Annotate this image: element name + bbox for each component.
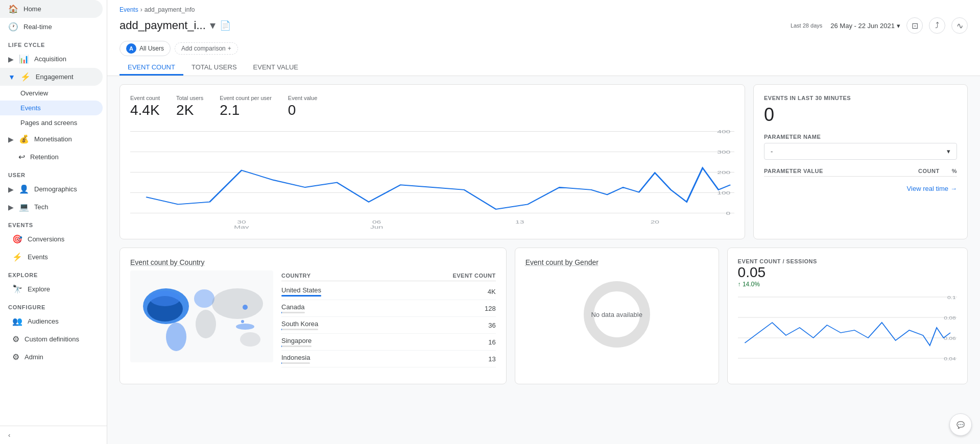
- sidebar-collapse-button[interactable]: ‹: [0, 426, 107, 444]
- right-panel-card: EVENTS IN LAST 30 MINUTES 0 PARAMETER NA…: [753, 84, 968, 239]
- breadcrumb-events-link[interactable]: Events: [119, 6, 138, 13]
- content-area: Event count 4.4K Total users 2K Event co…: [107, 76, 980, 444]
- tab-event-count[interactable]: EVENT COUNT: [119, 60, 183, 76]
- sidebar-audiences-label: Audiences: [28, 317, 59, 325]
- sidebar-item-audiences[interactable]: 👥 Audiences: [0, 312, 103, 330]
- compare-button[interactable]: ∿: [951, 17, 968, 34]
- sidebar-explore-label: Explore: [28, 285, 50, 293]
- sidebar-realtime-label: Real-time: [23, 23, 52, 31]
- sidebar-item-demographics[interactable]: ▶ 👤 Demographics: [0, 180, 103, 198]
- param-select[interactable]: - ▾: [764, 143, 957, 160]
- engagement-icon: ⚡: [20, 72, 31, 82]
- sidebar-acquisition-label: Acquisition: [34, 55, 66, 63]
- sidebar-item-admin[interactable]: ⚙ Admin: [0, 348, 103, 366]
- line-chart: 400 300 200 100 0 30 May 06 Jun 13 20: [130, 127, 734, 229]
- tab-total-users[interactable]: TOTAL USERS: [183, 60, 245, 76]
- events-30min-label: EVENTS IN LAST 30 MINUTES: [764, 95, 957, 101]
- view-realtime-link[interactable]: View real time →: [764, 185, 957, 192]
- page-title-container: add_payment_i... ▾ 📄: [119, 19, 231, 32]
- chevron-right-icon-tech: ▶: [8, 203, 14, 211]
- sidebar-events-nav-label: Events: [28, 253, 48, 261]
- plus-icon: +: [228, 45, 231, 52]
- sidebar-item-realtime[interactable]: 🕐 Real-time: [0, 18, 103, 36]
- svg-text:0: 0: [726, 210, 731, 216]
- sidebar-home-label: Home: [23, 5, 41, 13]
- date-range-picker[interactable]: 26 May - 22 Jun 2021 ▾: [830, 22, 900, 30]
- sessions-change-text: ↑ 14.0%: [738, 281, 760, 288]
- sidebar-item-tech[interactable]: ▶ 💻 Tech: [0, 198, 103, 216]
- export-button[interactable]: ⊡: [906, 17, 923, 34]
- sidebar-item-engagement[interactable]: ▼ ⚡ Engagement: [0, 68, 103, 86]
- sidebar-item-acquisition[interactable]: ▶ 📊 Acquisition: [0, 50, 103, 68]
- top-header: Events › add_payment_info add_payment_i.…: [107, 0, 980, 76]
- sidebar-item-conversions[interactable]: 🎯 Conversions: [0, 230, 103, 248]
- event-value-value: 0: [288, 102, 317, 118]
- retention-icon: ↩: [18, 152, 25, 162]
- sidebar-item-home[interactable]: 🏠 Home: [0, 0, 103, 18]
- svg-text:13: 13: [515, 219, 524, 225]
- sidebar-item-monetisation[interactable]: ▶ 💰 Monetisation: [0, 130, 103, 148]
- sidebar-item-custom[interactable]: ⚙ Custom definitions: [0, 330, 103, 348]
- event-count-col-label: EVENT COUNT: [452, 273, 495, 279]
- metric-total-users: Total users 2K: [176, 95, 203, 118]
- country-row-2: South Korea 36: [281, 317, 496, 334]
- sidebar-monetisation-label: Monetisation: [34, 135, 72, 143]
- sidebar-item-explore[interactable]: 🔭 Explore: [0, 280, 103, 298]
- svg-point-25: [236, 324, 254, 330]
- feedback-button[interactable]: 💬: [949, 413, 972, 436]
- feedback-icon: 💬: [957, 421, 965, 429]
- sidebar-events-label: Events: [20, 104, 41, 112]
- main-row: Event count 4.4K Total users 2K Event co…: [119, 84, 968, 239]
- title-dropdown-icon[interactable]: ▾: [210, 19, 216, 32]
- tab-event-value-label: EVENT VALUE: [253, 63, 298, 71]
- sessions-line-chart: 0.1 0.08 0.06 0.04: [738, 292, 957, 374]
- add-comparison-button[interactable]: Add comparison +: [175, 42, 238, 55]
- events-section: EVENTS: [0, 216, 107, 230]
- chevron-down-icon: ▼: [8, 73, 15, 81]
- country-card-title: Event count by Country: [130, 258, 496, 266]
- sidebar-sub-pages[interactable]: Pages and screens: [0, 115, 103, 130]
- svg-text:200: 200: [717, 169, 730, 175]
- share-button[interactable]: ⤴: [929, 17, 945, 34]
- compare-icon: ∿: [957, 21, 963, 31]
- chevron-right-icon-demo: ▶: [8, 185, 14, 193]
- export-icon: ⊡: [912, 21, 918, 31]
- param-value-col: PARAMETER VALUE: [764, 168, 823, 174]
- tab-event-value[interactable]: EVENT VALUE: [245, 60, 306, 76]
- svg-point-26: [150, 291, 180, 306]
- svg-text:100: 100: [717, 190, 730, 195]
- svg-point-24: [241, 320, 244, 323]
- sidebar-item-events-nav[interactable]: ⚡ Events: [0, 248, 103, 266]
- custom-icon: ⚙: [12, 334, 19, 344]
- sidebar-sub-overview[interactable]: Overview: [0, 86, 103, 101]
- event-count-value: 4.4K: [130, 102, 160, 118]
- sidebar-admin-label: Admin: [25, 353, 43, 361]
- metric-event-value: Event value 0: [288, 95, 317, 118]
- country-row-4: Indonesia 13: [281, 351, 496, 367]
- donut-chart: No data available: [525, 268, 708, 360]
- percent-col: %: [952, 168, 957, 174]
- breadcrumb-current: add_payment_info: [145, 6, 195, 13]
- country-name-3: Singapore: [281, 337, 312, 344]
- param-name-label: PARAMETER NAME: [764, 134, 957, 140]
- events-30min-value: 0: [764, 104, 957, 126]
- svg-point-27: [240, 332, 260, 347]
- breadcrumb: Events › add_payment_info: [119, 4, 968, 15]
- country-table: COUNTRY EVENT COUNT United States 4K: [281, 270, 496, 367]
- sidebar-item-retention[interactable]: ↩ Retention: [0, 148, 103, 166]
- page-title-text: add_payment_i...: [119, 19, 206, 32]
- date-range-text: 26 May - 22 Jun 2021: [830, 22, 895, 30]
- all-users-pill[interactable]: A All Users: [119, 41, 171, 56]
- country-card: Event count by Country: [119, 248, 507, 384]
- map-svg: [130, 270, 273, 362]
- country-name-1: Canada: [281, 303, 305, 311]
- bottom-row: Event count by Country: [119, 248, 968, 384]
- param-table-header: PARAMETER VALUE COUNT %: [764, 166, 957, 177]
- country-row-0: United States 4K: [281, 283, 496, 300]
- sidebar-engagement-label: Engagement: [36, 73, 74, 81]
- sessions-card: EVENT COUNT / SESSIONS 0.05 ↑ 14.0% 0.1 …: [727, 248, 968, 384]
- view-realtime-label: View real time: [907, 185, 948, 192]
- sidebar-sub-events[interactable]: Events: [0, 101, 103, 115]
- svg-point-22: [212, 288, 263, 319]
- page-title-row: add_payment_i... ▾ 📄 Last 28 days 26 May…: [119, 15, 968, 38]
